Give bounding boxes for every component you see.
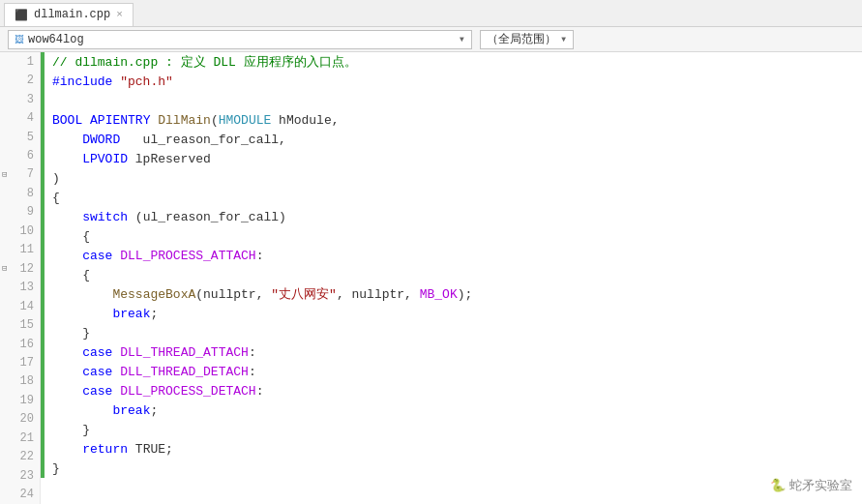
code-token: MB_OK [420, 287, 458, 302]
code-token: switch [82, 210, 128, 224]
tab-filename: dllmain.cpp [34, 8, 110, 21]
table-row: break; [41, 400, 862, 420]
change-indicator [41, 439, 45, 459]
table-row: } [41, 323, 862, 342]
code-token [52, 287, 112, 302]
scope-label: （全局范围） [487, 31, 556, 47]
table-row: BOOL APIENTRY DllMain(HMODULE hModule, [41, 110, 862, 130]
code-token: #include [52, 74, 120, 89]
line-number: 10 [0, 222, 40, 240]
code-token: DllMain [158, 113, 211, 128]
code-token: lpReserved [128, 152, 211, 166]
code-token: } [52, 423, 90, 437]
table-row: LPVOID lpReserved [41, 149, 862, 168]
change-indicator [41, 130, 45, 149]
line-number: 21 [0, 429, 40, 447]
line-number: 23 [0, 466, 40, 485]
line-number: 2 [0, 71, 40, 89]
code-token: case [82, 365, 112, 379]
code-token: (nullptr, [195, 287, 271, 302]
code-token: { [52, 191, 60, 205]
line-numbers: 123456⊟7891011⊟1213141516171819202122232… [0, 52, 41, 504]
file-selector[interactable]: 🖼 wow64log ▾ [8, 30, 472, 49]
file-tab-icon: ⬛ [15, 9, 28, 21]
code-token: "pch.h" [120, 74, 173, 89]
code-token: DLL_THREAD_DETACH [120, 365, 249, 379]
line-number: 20 [0, 410, 40, 429]
code-token: HMODULE [219, 113, 272, 128]
table-row: // dllmain.cpp : 定义 DLL 应用程序的入口点。 [41, 52, 862, 72]
table-row: MessageBoxA(nullptr, "丈八网安", nullptr, MB… [41, 284, 862, 304]
line-number: 6 [0, 146, 40, 164]
table-row: } [41, 459, 862, 478]
code-token: ; [150, 307, 158, 321]
file-tab[interactable]: ⬛ dllmain.cpp × [4, 3, 134, 26]
code-token: case [82, 384, 112, 399]
change-indicator [41, 265, 45, 284]
change-indicator [41, 91, 45, 110]
code-token: ul_reason_for_call, [120, 133, 286, 147]
code-token: { [52, 268, 90, 282]
line-number: 19 [0, 391, 40, 409]
change-indicator [41, 168, 45, 188]
change-indicator [41, 323, 45, 342]
line-number: 3 [0, 90, 40, 108]
line-number: 1 [0, 52, 40, 71]
code-token: case [82, 345, 112, 360]
table-row: break; [41, 304, 862, 323]
change-indicator [41, 304, 45, 323]
table-row: case DLL_PROCESS_DETACH: [41, 381, 862, 400]
table-row: { [41, 226, 862, 246]
line-number: 9 [0, 203, 40, 222]
code-token: case [82, 249, 112, 263]
code-token: } [52, 461, 60, 476]
code-token: DLL_PROCESS_DETACH [120, 384, 255, 399]
table-row: switch (ul_reason_for_call) [41, 207, 862, 226]
code-token: DLL_PROCESS_ATTACH [120, 249, 255, 263]
table-row: case DLL_THREAD_ATTACH: [41, 342, 862, 362]
table-row [41, 478, 862, 497]
code-token [52, 384, 82, 399]
table-row: { [41, 188, 862, 207]
change-indicator [41, 400, 45, 420]
collapse-icon[interactable]: ⊟ [2, 169, 7, 180]
table-row: #include "pch.h" [41, 72, 862, 91]
scope-selector[interactable]: （全局范围） ▾ [480, 30, 574, 49]
tab-bar: ⬛ dllmain.cpp × [0, 0, 862, 27]
line-number: 16 [0, 335, 40, 353]
code-token: : [256, 384, 264, 399]
table-row: case DLL_PROCESS_ATTACH: [41, 246, 862, 265]
code-token: "丈八网安" [271, 287, 337, 302]
code-token [52, 442, 82, 457]
code-token: DWORD [52, 133, 120, 147]
line-number: 17 [0, 353, 40, 371]
scope-dropdown-arrow: ▾ [560, 32, 567, 46]
change-indicator [41, 207, 45, 226]
table-row [41, 91, 862, 110]
change-indicator [41, 72, 45, 91]
code-token [52, 365, 82, 379]
tab-close-button[interactable]: × [116, 9, 123, 20]
change-indicator [41, 246, 45, 265]
code-area: 123456⊟7891011⊟1213141516171819202122232… [0, 52, 862, 504]
change-indicator [41, 381, 45, 400]
code-token [52, 307, 112, 321]
code-token: ; [150, 403, 158, 418]
line-number: 15 [0, 315, 40, 334]
watermark: 🐍 蛇矛实验室 [770, 477, 852, 494]
code-token: LPVOID [52, 152, 128, 166]
line-number: 4 [0, 108, 40, 127]
table-row: ) [41, 168, 862, 188]
change-indicator [41, 497, 45, 504]
table-row: } [41, 420, 862, 439]
line-number: 13 [0, 278, 40, 296]
change-indicator [41, 226, 45, 246]
code-token: , nullptr, [337, 287, 420, 302]
collapse-icon[interactable]: ⊟ [2, 263, 7, 274]
change-indicator [41, 459, 45, 478]
code-token: break [112, 403, 150, 418]
code-token: MessageBoxA [112, 287, 195, 302]
change-indicator [41, 52, 45, 72]
code-token: (ul_reason_for_call) [128, 210, 286, 224]
code-lines[interactable]: // dllmain.cpp : 定义 DLL 应用程序的入口点。#includ… [41, 52, 862, 504]
